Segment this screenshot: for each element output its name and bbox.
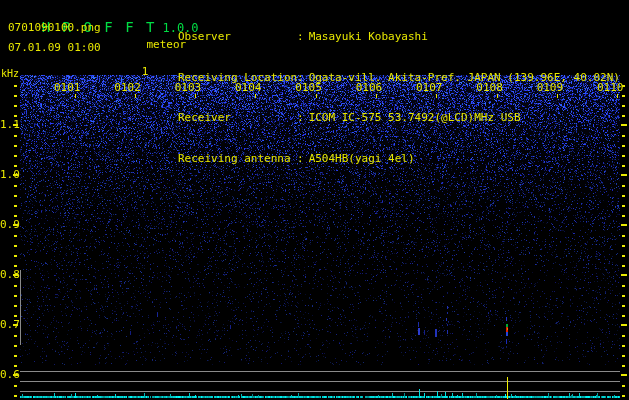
freq-axis-unit: kHz xyxy=(1,68,19,79)
time-axis-label: 0103 xyxy=(175,82,202,94)
observation-datetime: 07.01.09 01:00 xyxy=(8,41,101,54)
output-filename: 0701090100.png xyxy=(8,21,101,34)
freq-axis-label: 1.1 xyxy=(0,119,13,131)
station-value: A504HB(yagi 4el) xyxy=(309,152,415,165)
time-axis-label: 0104 xyxy=(235,82,262,94)
station-row-antenna: Receiving antenna:A504HB(yagi 4el) xyxy=(178,152,620,166)
station-label: Observer xyxy=(178,30,297,44)
station-value: Masayuki Kobayashi xyxy=(309,30,428,43)
station-separator: : xyxy=(297,152,304,166)
freq-axis-label: 1.0 xyxy=(0,169,13,181)
station-row-receiver: Receiver:ICOM IC-575 53.7492(@LCD)MHz US… xyxy=(178,111,620,125)
hrofft-screenshot: H R O F F T1.0.0 0701090100.png 07.01.09… xyxy=(0,0,629,400)
time-axis-label: 0106 xyxy=(356,82,383,94)
time-axis-label: 0107 xyxy=(416,82,443,94)
meteor-counter-value: 1 xyxy=(120,66,170,78)
time-axis-label: 0101 xyxy=(54,82,81,94)
station-label: Receiver xyxy=(178,111,297,125)
freq-axis-label: 0.9 xyxy=(0,219,13,231)
freq-axis-label: 0.7 xyxy=(0,319,13,331)
time-axis-label: 0108 xyxy=(476,82,503,94)
time-axis-label: 0110 xyxy=(597,82,624,94)
freq-axis-label: 0.8 xyxy=(0,269,13,281)
time-axis-label: 0102 xyxy=(114,82,141,94)
freq-axis-label: 0.6 xyxy=(0,369,13,381)
station-row-observer: Observer:Masayuki Kobayashi xyxy=(178,30,620,44)
station-separator: : xyxy=(297,30,304,44)
station-value: ICOM IC-575 53.7492(@LCD)MHz USB xyxy=(309,111,521,124)
station-separator: : xyxy=(297,111,304,125)
station-info: Observer:Masayuki Kobayashi Receiving Lo… xyxy=(178,3,620,192)
time-axis-label: 0109 xyxy=(537,82,564,94)
station-label: Receiving antenna xyxy=(178,152,297,166)
time-axis-label: 0105 xyxy=(295,82,322,94)
